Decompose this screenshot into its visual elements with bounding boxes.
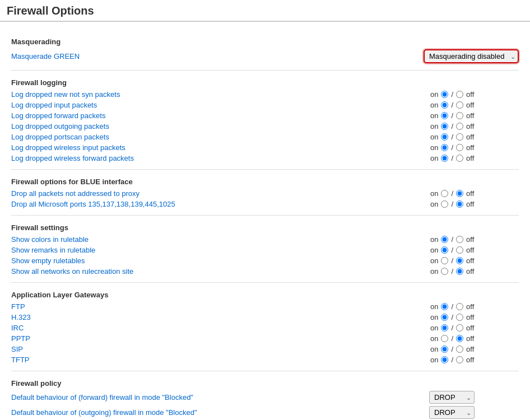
- policy-forward-dropdown-wrapper: DROP REJECT ACCEPT ⌄: [429, 391, 475, 404]
- radio-tftp: on / off: [429, 356, 519, 364]
- row-empty-tables: Show empty ruletables on / off: [11, 255, 519, 266]
- row-masquerade-green: Masquerade GREEN Masquerading disabled M…: [11, 48, 519, 64]
- radio-drop-proxy: on / off: [429, 189, 519, 198]
- row-policy-outgoing: Default behaviour of (outgoing) firewall…: [11, 405, 519, 420]
- label-log-forward: Log dropped forward packets: [11, 111, 105, 120]
- radio-ftp-off[interactable]: [456, 303, 463, 310]
- divider-4: [11, 282, 519, 283]
- radio-irc-on[interactable]: [441, 324, 448, 332]
- radio-tftp-off[interactable]: [456, 356, 463, 363]
- policy-outgoing-select[interactable]: DROP REJECT ACCEPT: [429, 406, 475, 419]
- section-logging-title: Firewall logging: [11, 78, 519, 87]
- radio-log-forward: on / off: [429, 111, 519, 120]
- row-ftp: FTP on / off: [11, 301, 519, 312]
- masquerade-select[interactable]: Masquerading disabled Masquerading enabl…: [424, 49, 519, 63]
- radio-all-networks: on / off: [429, 267, 519, 276]
- row-log-portscan: Log dropped portscan packets on / off: [11, 132, 519, 142]
- radio-colors-off[interactable]: [456, 236, 463, 243]
- policy-outgoing-dropdown-wrapper: DROP REJECT ACCEPT ⌄: [429, 406, 475, 419]
- radio-log-outgoing-off[interactable]: [456, 123, 463, 130]
- radio-h323-off[interactable]: [456, 314, 463, 321]
- radio-sip-on[interactable]: [441, 346, 448, 353]
- radio-drop-proxy-on[interactable]: [441, 190, 448, 197]
- radio-ftp-on[interactable]: [441, 303, 448, 310]
- label-drop-ms-ports: Drop all Microsoft ports 135,137,138,139…: [11, 200, 175, 208]
- label-log-wireless-input: Log dropped wireless input packets: [11, 143, 125, 152]
- radio-remarks: on / off: [429, 246, 519, 254]
- radio-log-outgoing: on / off: [429, 122, 519, 130]
- label-tftp: TFTP: [11, 356, 30, 364]
- row-log-syn: Log dropped new not syn packets on / off: [11, 89, 519, 100]
- divider-5: [11, 371, 519, 371]
- section-settings-title: Firewall settings: [11, 223, 519, 232]
- radio-irc-off[interactable]: [456, 324, 463, 332]
- label-all-networks: Show all networks on rulecreation site: [11, 267, 133, 276]
- row-tftp: TFTP on / off: [11, 354, 519, 365]
- radio-log-portscan: on / off: [429, 133, 519, 141]
- radio-log-wireless-forward-off[interactable]: [456, 155, 463, 162]
- divider-1: [11, 70, 519, 71]
- row-policy-forward: Default behaviour of (forward) firewall …: [11, 390, 519, 405]
- radio-ftp: on / off: [429, 302, 519, 311]
- radio-drop-ms-ports: on / off: [429, 200, 519, 208]
- radio-empty-tables-off[interactable]: [456, 257, 463, 264]
- radio-log-input: on / off: [429, 101, 519, 109]
- radio-log-portscan-on[interactable]: [441, 133, 448, 141]
- row-drop-ms-ports: Drop all Microsoft ports 135,137,138,139…: [11, 199, 519, 209]
- row-remarks: Show remarks in ruletable on / off: [11, 245, 519, 255]
- label-log-outgoing: Log dropped outgoing packets: [11, 122, 109, 130]
- label-log-wireless-forward: Log dropped wireless forward packets: [11, 154, 134, 162]
- section-alg-title: Application Layer Gateways: [11, 291, 519, 299]
- radio-log-forward-on[interactable]: [441, 112, 448, 119]
- radio-h323: on / off: [429, 313, 519, 321]
- label-policy-outgoing: Default behaviour of (outgoing) firewall…: [11, 408, 197, 417]
- label-h323: H.323: [11, 313, 31, 321]
- radio-h323-on[interactable]: [441, 314, 448, 321]
- radio-sip: on / off: [429, 345, 519, 353]
- radio-log-input-on[interactable]: [441, 101, 448, 109]
- page-header: Firewall Options: [0, 0, 530, 22]
- row-log-forward: Log dropped forward packets on / off: [11, 110, 519, 121]
- row-log-wireless-forward: Log dropped wireless forward packets on …: [11, 153, 519, 164]
- radio-sip-off[interactable]: [456, 346, 463, 353]
- label-drop-proxy: Drop all packets not addressed to proxy: [11, 189, 140, 198]
- row-drop-proxy: Drop all packets not addressed to proxy …: [11, 188, 519, 199]
- radio-all-networks-on[interactable]: [441, 268, 448, 275]
- radio-pptp-off[interactable]: [456, 335, 463, 342]
- label-irc: IRC: [11, 324, 24, 332]
- label-policy-forward: Default behaviour of (forward) firewall …: [11, 393, 193, 402]
- radio-pptp-on[interactable]: [441, 335, 448, 342]
- radio-log-wireless-forward: on / off: [429, 154, 519, 162]
- radio-log-input-off[interactable]: [456, 101, 463, 109]
- radio-log-syn-off[interactable]: [456, 91, 463, 98]
- radio-log-forward-off[interactable]: [456, 112, 463, 119]
- radio-log-outgoing-on[interactable]: [441, 123, 448, 130]
- radio-remarks-off[interactable]: [456, 246, 463, 254]
- policy-forward-select[interactable]: DROP REJECT ACCEPT: [429, 391, 475, 404]
- radio-colors-on[interactable]: [441, 236, 448, 243]
- radio-log-syn-on[interactable]: [441, 91, 448, 98]
- label-log-syn: Log dropped new not syn packets: [11, 90, 120, 99]
- label-pptp: PPTP: [11, 334, 30, 343]
- radio-log-portscan-off[interactable]: [456, 133, 463, 141]
- label-colors: Show colors in ruletable: [11, 235, 89, 244]
- radio-empty-tables-on[interactable]: [441, 257, 448, 264]
- radio-remarks-on[interactable]: [441, 246, 448, 254]
- radio-drop-proxy-off[interactable]: [456, 190, 463, 197]
- row-log-input: Log dropped input packets on / off: [11, 100, 519, 110]
- radio-drop-ms-off[interactable]: [456, 200, 463, 208]
- radio-drop-ms-on[interactable]: [441, 200, 448, 208]
- radio-irc: on / off: [429, 324, 519, 332]
- radio-log-wireless-forward-on[interactable]: [441, 155, 448, 162]
- divider-2: [11, 169, 519, 170]
- radio-all-networks-off[interactable]: [456, 268, 463, 275]
- radio-colors: on / off: [429, 235, 519, 244]
- row-colors: Show colors in ruletable on / off: [11, 234, 519, 245]
- radio-log-wireless-input-on[interactable]: [441, 144, 448, 151]
- radio-log-wireless-input-off[interactable]: [456, 144, 463, 151]
- page-title: Firewall Options: [7, 4, 523, 17]
- row-log-outgoing: Log dropped outgoing packets on / off: [11, 121, 519, 132]
- label-masquerade-green: Masquerade GREEN: [11, 52, 80, 60]
- radio-tftp-on[interactable]: [441, 356, 448, 363]
- policy-forward-controls: DROP REJECT ACCEPT ⌄: [429, 391, 519, 404]
